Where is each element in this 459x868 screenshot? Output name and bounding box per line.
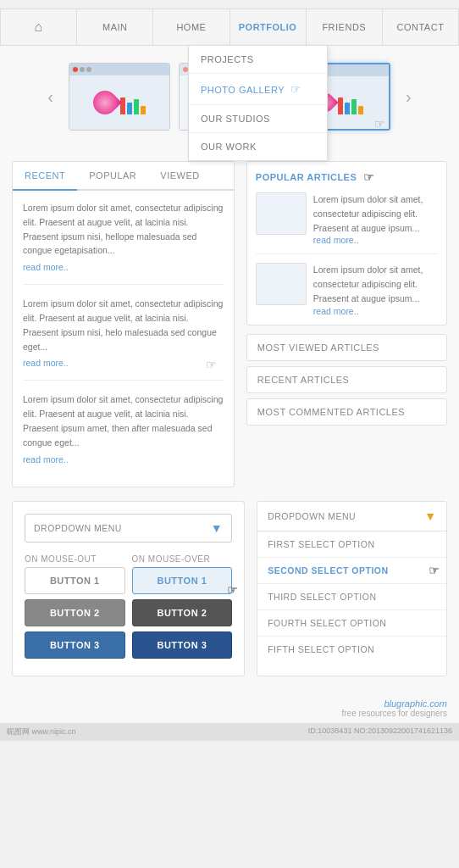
popular-read-more-2[interactable]: read more.. (313, 306, 359, 316)
footer-brand: blugraphic.com (12, 698, 447, 709)
nav-home-label[interactable]: HOME (153, 9, 230, 45)
nav-friends[interactable]: FRIENDS (307, 9, 383, 45)
right-panel: POPULAR ARTICLES ☞ Lorem ipsum dolor sit… (246, 161, 447, 487)
dropdown-projects[interactable]: PROJECTS (189, 46, 327, 74)
dropdown-our-studios[interactable]: OUR STUDIOS (189, 105, 327, 133)
button1-out[interactable]: BUTTON 1 (25, 567, 125, 594)
read-more-3[interactable]: read more.. (23, 454, 69, 465)
buttons-dropdown[interactable]: DROPDOWN MENU ▼ (25, 514, 232, 542)
carousel-thumb-1[interactable] (69, 63, 170, 131)
footer-sub: free resources for designers (12, 709, 447, 718)
thumb-bars (338, 91, 363, 114)
right-dropdown-header[interactable]: DROPDOWN MENU ▼ (257, 502, 446, 531)
article-row-2: Lorem ipsum dolor sit amet, consectetur … (256, 263, 438, 315)
content-area: RECENT POPULAR VIEWED Lorem ipsum dolor … (0, 147, 459, 501)
thumb-min-dot (80, 67, 85, 72)
right-dropdown-arrow-icon: ▼ (424, 509, 436, 523)
nav-portfolio[interactable]: PORTFOLIO (230, 9, 307, 45)
dropdown-our-work[interactable]: OUR WORK (189, 133, 327, 160)
cursor-icon: ☞ (290, 82, 302, 96)
thumb-max-dot (86, 67, 91, 72)
tabs-bar: RECENT POPULAR VIEWED (13, 162, 234, 191)
nav-contact[interactable]: CONTACT (383, 9, 459, 45)
carousel-prev[interactable]: ‹ (41, 84, 60, 110)
select-option-4[interactable]: FOURTH SELECT OPTION (257, 610, 446, 637)
cursor-icon-3: ☞ (363, 170, 375, 184)
sidebar-links: MOST VIEWED ARTICLES RECENT ARTICLES MOS… (246, 334, 447, 426)
portfolio-dropdown: PROJECTS PHOTO GALLERY ☞ OUR STUDIOS OUR… (188, 45, 328, 161)
button3-out[interactable]: BUTTON 3 (25, 632, 125, 659)
footer: blugraphic.com free resources for design… (0, 690, 459, 723)
cursor-icon: ☞ (374, 117, 385, 131)
select-option-1[interactable]: FIRST SELECT OPTION (257, 531, 446, 558)
dropdown-arrow-icon: ▼ (211, 521, 223, 535)
article-thumb-2 (256, 263, 307, 305)
mouse-over-col: ON MOUSE-OVER BUTTON 1 ☞ BUTTON 2 BUTTON… (132, 554, 233, 664)
thumb-decoration (88, 86, 122, 120)
navbar: ⌂ MAIN HOME PORTFOLIO FRIENDS CONTACT PR… (0, 8, 459, 46)
popular-articles-title: POPULAR ARTICLES ☞ (256, 170, 438, 184)
article-row-1: Lorem ipsum dolor sit amet, consectetur … (256, 192, 438, 254)
left-panel: RECENT POPULAR VIEWED Lorem ipsum dolor … (12, 161, 235, 487)
right-dropdown-label: DROPDOWN MENU (268, 511, 356, 521)
sidebar-link-1[interactable]: MOST VIEWED ARTICLES (246, 334, 447, 361)
button-cols: ON MOUSE-OUT BUTTON 1 BUTTON 2 BUTTON 3 … (25, 554, 232, 664)
sidebar-link-3[interactable]: MOST COMMENTED ARTICLES (246, 398, 447, 426)
watermark-right: ID:10038431 NO:20130922001741621136 (308, 726, 452, 737)
watermark-left: 昵图网 www.nipic.cn (7, 726, 76, 737)
cursor-icon-4: ☞ (227, 583, 239, 597)
button2-out[interactable]: BUTTON 2 (25, 599, 125, 626)
select-option-2[interactable]: SECOND SELECT OPTION ☞ (257, 558, 446, 584)
article-text-2: Lorem ipsum dolor sit amet, consectetur … (313, 263, 438, 305)
col-header-left: ON MOUSE-OUT (25, 554, 125, 564)
read-more-1[interactable]: read more.. (23, 262, 69, 272)
article-snippet-2: Lorem ipsum dolor sit amet, consectetur … (23, 297, 224, 381)
tab-content: Lorem ipsum dolor sit amet, consectetur … (13, 191, 234, 487)
article-thumb-1 (256, 192, 307, 235)
col-header-right: ON MOUSE-OVER (132, 554, 233, 564)
article-snippet-3: Lorem ipsum dolor sit amet, consectetur … (23, 392, 224, 476)
button3-over[interactable]: BUTTON 3 (132, 632, 233, 659)
snippet-text-2: Lorem ipsum dolor sit amet, consectetur … (23, 297, 224, 353)
left-buttons-panel: DROPDOWN MENU ▼ ON MOUSE-OUT BUTTON 1 BU… (12, 501, 245, 676)
mouse-out-col: ON MOUSE-OUT BUTTON 1 BUTTON 2 BUTTON 3 (25, 554, 125, 664)
sidebar-link-2[interactable]: RECENT ARTICLES (246, 366, 447, 393)
watermark: 昵图网 www.nipic.cn ID:10038431 NO:20130922… (0, 723, 459, 741)
button2-over[interactable]: BUTTON 2 (132, 599, 233, 626)
article-snippet-1: Lorem ipsum dolor sit amet, consectetur … (23, 201, 224, 285)
right-dropdown-panel: DROPDOWN MENU ▼ FIRST SELECT OPTION SECO… (257, 501, 447, 676)
cursor-icon-2: ☞ (206, 358, 217, 371)
carousel-next[interactable]: › (399, 84, 418, 110)
nav-home[interactable]: ⌂ (0, 9, 77, 45)
snippet-text-3: Lorem ipsum dolor sit amet, consectetur … (23, 392, 224, 449)
tab-viewed[interactable]: VIEWED (148, 162, 211, 191)
tab-recent[interactable]: RECENT (13, 162, 77, 191)
button1-over[interactable]: BUTTON 1 ☞ (132, 567, 233, 594)
tab-popular[interactable]: POPULAR (77, 162, 148, 191)
read-more-2[interactable]: read more.. (23, 358, 69, 368)
bottom-section: DROPDOWN MENU ▼ ON MOUSE-OUT BUTTON 1 BU… (0, 501, 459, 690)
thumb-bars (120, 91, 146, 114)
nav-main[interactable]: MAIN (77, 9, 153, 45)
select-option-3[interactable]: THIRD SELECT OPTION (257, 584, 446, 610)
dropdown-photo-gallery[interactable]: PHOTO GALLERY ☞ (189, 74, 327, 105)
popular-articles-box: POPULAR ARTICLES ☞ Lorem ipsum dolor sit… (246, 161, 447, 326)
snippet-text-1: Lorem ipsum dolor sit amet, consectetur … (23, 201, 224, 258)
article-text-1: Lorem ipsum dolor sit amet, consectetur … (313, 192, 438, 235)
thumb-close-dot (73, 67, 78, 72)
cursor-icon-5: ☞ (429, 564, 440, 577)
select-option-5[interactable]: FIFTH SELECT OPTION (257, 637, 446, 662)
popular-read-more-1[interactable]: read more.. (313, 235, 359, 245)
